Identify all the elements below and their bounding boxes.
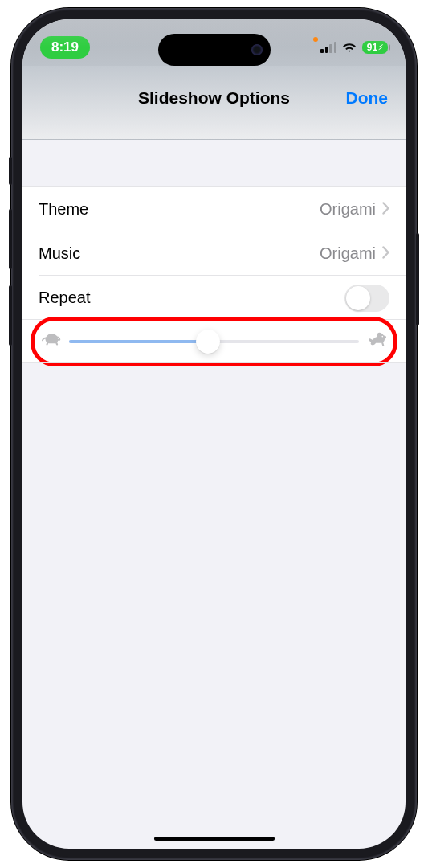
battery-percent: 91 [367,42,377,53]
repeat-label: Repeat [39,289,91,307]
theme-label: Theme [39,200,88,219]
status-right: 91⚡︎ [313,41,388,54]
home-indicator[interactable] [154,837,275,841]
repeat-row: Repeat [22,276,406,320]
music-row[interactable]: Music Origami [22,231,406,276]
mic-indicator-dot [313,37,318,42]
chevron-right-icon [382,202,389,218]
speed-slider[interactable] [69,340,359,343]
status-time-pill[interactable]: 8:19 [40,36,90,59]
music-value: Origami [320,244,376,263]
screen: 8:19 91⚡︎ Slideshow Options Done [22,19,406,849]
volume-down-button [9,285,12,346]
chevron-right-icon [382,246,389,262]
status-time: 8:19 [51,39,79,55]
speed-slider-row [22,320,406,363]
speed-slider-fill [69,340,208,343]
options-list: Theme Origami Music Origami [22,186,406,363]
front-camera [251,44,263,55]
dynamic-island [158,34,271,66]
volume-up-button [9,209,12,269]
battery-indicator: 91⚡︎ [362,41,388,54]
charging-icon: ⚡︎ [378,43,383,51]
theme-row[interactable]: Theme Origami [22,187,406,231]
speed-slider-thumb[interactable] [196,330,220,354]
navigation-bar: Slideshow Options Done [22,66,406,140]
device-frame: 8:19 91⚡︎ Slideshow Options Done [11,8,417,860]
silence-switch [9,157,12,185]
cellular-signal-icon [320,42,336,53]
theme-value: Origami [320,200,376,219]
wifi-icon [342,42,357,53]
page-title: Slideshow Options [138,88,290,108]
content-area: Theme Origami Music Origami [22,140,406,363]
done-button[interactable]: Done [346,88,389,108]
repeat-toggle[interactable] [344,285,389,312]
rabbit-icon [367,332,386,351]
power-button [416,233,419,326]
turtle-icon [42,333,61,350]
music-label: Music [39,244,80,263]
